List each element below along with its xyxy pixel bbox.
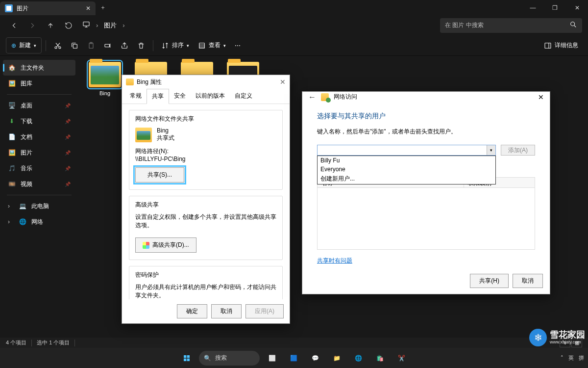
details-panel-button[interactable]: 详细信息: [540, 37, 582, 53]
window-tab[interactable]: 图片 ✕: [0, 1, 96, 15]
pin-icon: 📌: [65, 103, 71, 108]
start-button[interactable]: [177, 349, 196, 368]
close-window-button[interactable]: ✕: [566, 0, 588, 15]
plus-circle-icon: ⊕: [11, 42, 16, 49]
sidebar-item-documents[interactable]: 📄文档📌: [3, 129, 75, 145]
folder-thumb-icon: [135, 128, 152, 142]
sidebar-item-music[interactable]: 🎵音乐📌: [3, 160, 75, 176]
chat-button[interactable]: 💬: [306, 349, 324, 368]
tab-custom[interactable]: 自定义: [230, 89, 257, 104]
netpath-label: 网络路径(N):: [135, 147, 276, 156]
add-button[interactable]: 添加(A): [501, 145, 535, 156]
svg-rect-7: [105, 44, 109, 47]
back-icon[interactable]: ←: [308, 93, 316, 102]
network-share-icon: [321, 93, 329, 101]
share-confirm-button[interactable]: 共享(H): [470, 274, 509, 288]
pin-icon: 📌: [65, 119, 71, 124]
sidebar-item-home[interactable]: 🏠主文件夹: [3, 60, 75, 76]
delete-button[interactable]: [133, 37, 149, 53]
snip-taskbar-icon[interactable]: ✂️: [392, 349, 411, 368]
section-title: 网络文件和文件夹共享: [133, 115, 196, 123]
explorer-taskbar-icon[interactable]: 📁: [327, 349, 346, 368]
ok-button[interactable]: 确定: [177, 304, 207, 318]
netpath-value: \\BILLYFU-PC\Bing: [135, 156, 276, 162]
cut-button[interactable]: [50, 37, 66, 53]
close-tab-icon[interactable]: ✕: [86, 5, 91, 12]
tab-security[interactable]: 安全: [169, 89, 191, 104]
chevron-down-icon: ▾: [187, 43, 189, 48]
cancel-button[interactable]: 取消: [211, 304, 242, 318]
folder-name: Bing: [157, 127, 174, 134]
svg-rect-13: [187, 358, 190, 361]
search-icon: [569, 21, 577, 30]
advanced-share-button[interactable]: 高级共享(D)...: [135, 237, 196, 253]
up-button[interactable]: [42, 17, 58, 33]
store-taskbar-icon[interactable]: 🛍️: [370, 349, 389, 368]
share-button[interactable]: [117, 37, 132, 53]
back-button[interactable]: [6, 17, 22, 33]
dropdown-option[interactable]: Billy Fu: [318, 156, 495, 165]
tab-share[interactable]: 共享: [147, 89, 169, 104]
sidebar-item-thispc[interactable]: ›💻此电脑: [3, 198, 75, 214]
svg-rect-9: [545, 43, 551, 48]
cancel-button[interactable]: 取消: [513, 274, 543, 288]
close-icon[interactable]: ✕: [538, 93, 544, 101]
refresh-button[interactable]: [60, 17, 76, 33]
folder-bing[interactable]: Bing: [84, 62, 125, 96]
sidebar-item-desktop[interactable]: 🖥️桌面📌: [3, 98, 75, 113]
more-button[interactable]: ⋯: [231, 37, 245, 53]
tray-chevron-icon[interactable]: ˄: [561, 355, 564, 361]
share-button[interactable]: 共享(S)...: [135, 167, 184, 183]
sidebar-item-downloads[interactable]: ⬇下载📌: [3, 113, 75, 129]
folder-icon: [126, 79, 134, 85]
video-icon: 🎞️: [8, 180, 16, 188]
sidebar-item-gallery[interactable]: 🖼️图库: [3, 76, 75, 91]
taskbar-search[interactable]: 🔍搜索: [199, 351, 260, 366]
task-view-button[interactable]: ⬜: [263, 349, 281, 368]
svg-rect-12: [184, 358, 186, 361]
dropdown-option[interactable]: Everyone: [318, 165, 495, 174]
new-tab-button[interactable]: ＋: [96, 0, 110, 15]
search-input[interactable]: 在 图片 中搜索: [440, 18, 582, 33]
chevron-down-icon: ▾: [223, 43, 226, 48]
rename-button[interactable]: [100, 37, 116, 53]
tab-previous[interactable]: 以前的版本: [191, 89, 230, 104]
view-button[interactable]: 查看 ▾: [194, 37, 230, 53]
edge-taskbar-icon[interactable]: 🌐: [349, 349, 368, 368]
pin-icon: 📌: [65, 182, 71, 187]
user-input[interactable]: [318, 145, 487, 155]
new-button[interactable]: ⊕ 新建 ▾: [6, 37, 42, 53]
dropdown-option[interactable]: 创建新用户...: [318, 174, 495, 184]
copy-button[interactable]: [67, 37, 82, 53]
help-link[interactable]: 共享时有问题: [317, 257, 352, 264]
pin-icon: 📌: [65, 134, 71, 140]
user-dropdown: Billy Fu Everyone 创建新用户...: [317, 156, 496, 184]
maximize-button[interactable]: ❐: [544, 0, 566, 15]
forward-button[interactable]: [24, 17, 40, 33]
dialog-hint: 键入名称，然后单击"添加"，或者单击箭头查找用户。: [317, 128, 535, 136]
monitor-icon[interactable]: [82, 21, 90, 30]
close-icon[interactable]: ✕: [280, 78, 286, 86]
breadcrumb-item[interactable]: 图片: [104, 21, 117, 30]
shared-state: 共享式: [157, 134, 174, 142]
watermark-logo-icon: [529, 329, 547, 346]
network-access-dialog: ← 网络访问 ✕ 选择要与其共享的用户 键入名称，然后单击"添加"，或者单击箭头…: [302, 91, 550, 294]
minimize-button[interactable]: ―: [522, 0, 544, 15]
dropdown-icon[interactable]: ▾: [487, 145, 495, 155]
sort-button[interactable]: 排序 ▾: [157, 37, 193, 53]
apply-button[interactable]: 应用(A): [245, 304, 284, 318]
user-list[interactable]: [317, 188, 535, 250]
sidebar-item-videos[interactable]: 🎞️视频📌: [3, 176, 75, 192]
paste-button[interactable]: [83, 37, 99, 53]
user-combo[interactable]: ▾ Billy Fu Everyone 创建新用户...: [317, 145, 496, 156]
widgets-button[interactable]: 🟦: [284, 349, 303, 368]
tab-general[interactable]: 常规: [125, 89, 147, 104]
ime-indicator[interactable]: 拼: [579, 354, 584, 362]
sidebar-item-network[interactable]: ›🌐网络: [3, 214, 75, 230]
pc-icon: 💻: [19, 202, 26, 210]
pictures-icon: 🖼️: [8, 149, 16, 157]
watermark-name: 雪花家园: [550, 330, 585, 340]
sidebar: 🏠主文件夹 🖼️图库 🖥️桌面📌 ⬇下载📌 📄文档📌 🖼️图片📌 🎵音乐📌 🎞️…: [0, 56, 78, 340]
ime-indicator[interactable]: 英: [568, 354, 574, 362]
sidebar-item-pictures[interactable]: 🖼️图片📌: [3, 145, 75, 160]
